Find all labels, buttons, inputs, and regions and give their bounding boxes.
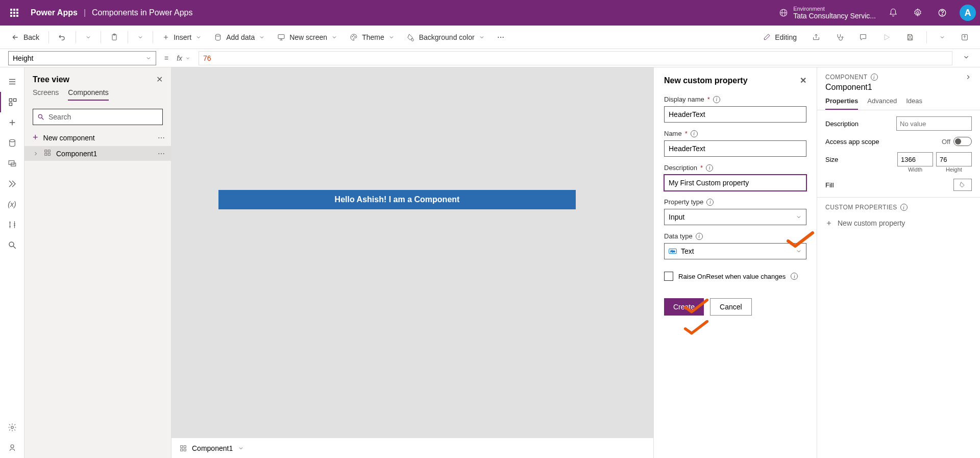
name-input[interactable] — [664, 140, 806, 157]
new-screen-button[interactable]: New screen — [272, 30, 342, 44]
palette-icon — [350, 33, 358, 41]
flows-rail-icon[interactable] — [0, 174, 24, 194]
checker-button[interactable] — [830, 30, 849, 44]
tree-view-icon[interactable] — [0, 92, 24, 112]
info-icon[interactable]: i — [713, 96, 720, 103]
publish-button[interactable] — [955, 30, 974, 44]
help-icon[interactable] — [931, 0, 953, 26]
canvas-area[interactable]: Hello Ashish! I am a Component — [172, 67, 653, 438]
paste-menu[interactable] — [132, 31, 149, 43]
tree-view-panel: Tree view ✕ Screens Components Search + … — [24, 67, 172, 458]
canvas-footer: Component1 — [172, 438, 653, 458]
info-icon[interactable]: i — [706, 199, 714, 206]
data-type-select[interactable]: Abc Text — [664, 243, 806, 259]
settings-rail-icon[interactable] — [0, 417, 24, 438]
save-menu[interactable] — [934, 31, 950, 43]
preview-button[interactable] — [877, 30, 896, 44]
info-icon[interactable]: i — [696, 233, 703, 240]
cancel-button[interactable]: Cancel — [710, 298, 752, 316]
settings-icon[interactable] — [906, 0, 929, 26]
formula-input[interactable]: 76 — [199, 51, 952, 65]
avatar[interactable]: A — [960, 5, 976, 21]
svg-point-11 — [353, 35, 354, 36]
pencil-icon — [763, 33, 771, 41]
more-commands[interactable]: ⋯ — [492, 30, 509, 44]
add-data-button[interactable]: Add data — [209, 30, 270, 44]
height-input[interactable] — [936, 152, 972, 166]
raise-onreset-checkbox[interactable]: Raise OnReset when value changes i — [664, 272, 806, 281]
close-tree-icon[interactable]: ✕ — [156, 75, 163, 84]
screen-icon — [277, 33, 285, 41]
property-selector[interactable]: Height — [8, 51, 156, 65]
info-icon[interactable]: i — [706, 164, 713, 172]
new-custom-property-panel: New custom property ✕ Display name* i Na… — [653, 67, 817, 458]
access-scope-label: Access app scope — [825, 138, 879, 146]
access-scope-toggle[interactable]: Off — [942, 137, 972, 146]
background-color-button[interactable]: Background color — [402, 30, 490, 44]
info-icon[interactable]: i — [871, 74, 878, 81]
svg-rect-29 — [181, 445, 183, 447]
search-rail-icon[interactable] — [0, 235, 24, 255]
comments-button[interactable] — [854, 30, 872, 44]
page-title: Components in Power Apps — [92, 8, 192, 17]
checkbox-icon — [664, 272, 673, 281]
environment-picker[interactable]: Environment Tata Consultancy Servic... — [779, 6, 876, 20]
undo-button[interactable] — [53, 30, 71, 44]
component-icon — [44, 149, 51, 158]
breadcrumb-component[interactable]: Component1 — [192, 444, 233, 452]
plus-icon: + — [33, 132, 38, 143]
undo-menu[interactable] — [80, 31, 96, 43]
new-custom-property-button[interactable]: New custom property — [817, 215, 980, 231]
variables-rail-icon[interactable]: (x) — [0, 194, 24, 214]
fx-label[interactable]: fx — [177, 54, 190, 62]
display-name-input[interactable] — [664, 106, 806, 123]
svg-point-3 — [917, 12, 919, 14]
app-name[interactable]: Power Apps — [31, 8, 78, 17]
app-launcher-icon[interactable] — [4, 3, 24, 23]
more-icon[interactable]: ⋯ — [158, 150, 165, 158]
back-button[interactable]: Back — [6, 30, 44, 44]
share-button[interactable] — [807, 30, 825, 44]
description-input[interactable] — [664, 175, 806, 191]
tab-screens[interactable]: Screens — [33, 88, 59, 101]
notifications-icon[interactable] — [882, 0, 904, 26]
tab-components[interactable]: Components — [68, 88, 108, 101]
tree-search-input[interactable]: Search — [33, 109, 163, 125]
tab-advanced[interactable]: Advanced — [867, 97, 897, 110]
component-preview[interactable]: Hello Ashish! I am a Component — [218, 190, 576, 209]
svg-rect-28 — [48, 153, 50, 155]
media-rail-icon[interactable] — [0, 153, 24, 174]
expand-formula-bar[interactable] — [961, 52, 972, 64]
paste-button[interactable] — [105, 30, 124, 44]
chevron-down-icon — [939, 34, 945, 40]
save-button[interactable] — [901, 30, 919, 44]
chevron-right-icon[interactable] — [965, 74, 972, 81]
chevron-down-icon[interactable] — [238, 445, 244, 451]
width-input[interactable] — [897, 152, 933, 166]
virtual-agent-rail-icon[interactable] — [0, 438, 24, 458]
description-prop-input[interactable] — [896, 116, 972, 131]
more-icon[interactable]: ⋯ — [158, 134, 165, 142]
theme-button[interactable]: Theme — [345, 30, 400, 44]
new-component-button[interactable]: + New component ⋯ — [24, 129, 171, 146]
tree-item-component1[interactable]: Component1 ⋯ — [24, 146, 171, 161]
tab-ideas[interactable]: Ideas — [906, 97, 922, 110]
insert-button[interactable]: Insert — [157, 30, 207, 44]
close-panel-icon[interactable]: ✕ — [800, 76, 806, 85]
hamburger-icon[interactable] — [0, 71, 24, 92]
bucket-icon — [407, 33, 415, 41]
info-icon[interactable]: i — [900, 204, 908, 211]
fill-color-picker[interactable] — [953, 179, 972, 191]
insert-rail-icon[interactable] — [0, 112, 24, 133]
data-rail-icon[interactable] — [0, 133, 24, 153]
chevron-right-icon[interactable] — [33, 151, 39, 157]
globe-icon — [779, 8, 788, 17]
tab-properties[interactable]: Properties — [825, 97, 858, 110]
create-button[interactable]: Create — [664, 298, 704, 316]
tools-rail-icon[interactable] — [0, 214, 24, 235]
property-type-select[interactable]: Input — [664, 209, 806, 225]
info-icon[interactable]: i — [791, 273, 798, 280]
editing-mode[interactable]: Editing — [757, 30, 802, 44]
info-icon[interactable]: i — [691, 130, 698, 137]
svg-point-23 — [11, 445, 14, 448]
